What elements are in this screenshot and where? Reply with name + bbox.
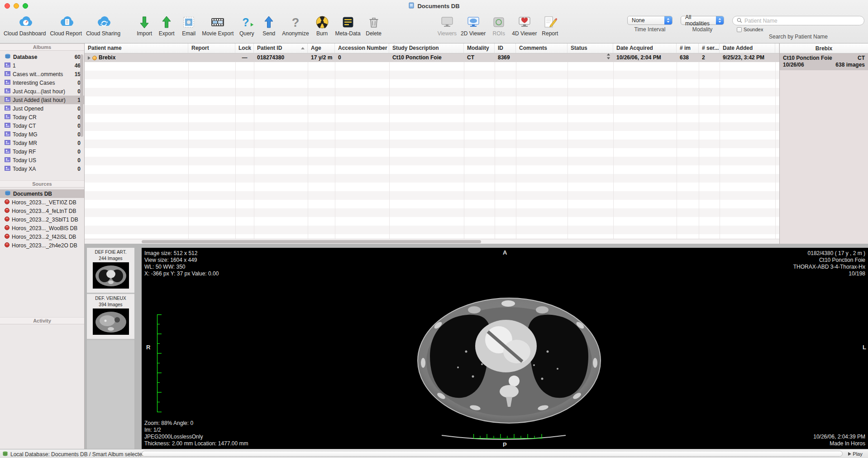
patient-name-cell[interactable]: Brebix: [85, 53, 188, 62]
album-item-just-opened[interactable]: Just Opened0: [0, 104, 84, 113]
orientation-right: R: [146, 344, 150, 351]
details-patient-title: Brebix: [780, 43, 868, 53]
album-item-database[interactable]: Database60: [0, 53, 84, 61]
column-header-study-description[interactable]: Study Description: [389, 43, 464, 53]
album-item-today-cr[interactable]: Today CR0: [0, 113, 84, 121]
image-series-scrollbar[interactable]: [142, 451, 843, 457]
album-item-just-acquired[interactable]: Just Acqu...(last hour)0: [0, 87, 84, 96]
soundex-option[interactable]: Soundex: [737, 27, 763, 32]
column-header-lock[interactable]: Lock: [235, 43, 254, 53]
close-window-button[interactable]: [5, 3, 10, 9]
remote-db-icon: [5, 199, 10, 206]
send-button[interactable]: Send: [260, 14, 278, 37]
status-stepper[interactable]: [606, 53, 611, 62]
radiation-icon: [313, 14, 331, 30]
source-item-documents-db[interactable]: Documents DB: [0, 189, 84, 198]
zoom-window-button[interactable]: [23, 3, 28, 9]
series-thumbnail-image[interactable]: [93, 309, 129, 337]
album-item-today-xa[interactable]: Today XA0: [0, 164, 84, 173]
remote-db-icon: [5, 217, 10, 223]
movie-export-button[interactable]: Movie Export: [202, 14, 234, 37]
cloud-report-button[interactable]: Cloud Report: [50, 14, 82, 37]
table-horizontal-scrollbar[interactable]: [85, 239, 779, 244]
column-header-status[interactable]: Status: [568, 43, 613, 53]
soundex-checkbox[interactable]: [737, 27, 742, 32]
4d-viewer-button[interactable]: 4D Viewer: [512, 14, 537, 37]
burn-button[interactable]: Burn: [313, 14, 331, 37]
column-header-num-images[interactable]: # im: [677, 43, 699, 53]
source-item-horos-4[interactable]: Horos_2023..._WooBlS DB: [0, 224, 84, 232]
modality-value: All modalities: [685, 14, 714, 27]
time-interval-control: None Time Interval: [627, 16, 672, 33]
album-item-today-us[interactable]: Today US0: [0, 156, 84, 164]
orientation-posterior: P: [503, 441, 507, 448]
series-item-def-veineux[interactable]: DEF. VEINEUX 394 Images: [87, 294, 134, 340]
time-interval-popup[interactable]: None: [627, 16, 672, 25]
source-item-horos-1[interactable]: Horos_2023..._VETI0Z DB: [0, 198, 84, 207]
album-icon: [5, 157, 10, 164]
2d-viewer-button[interactable]: 2D Viewer: [461, 14, 486, 37]
preview-pane: DEF FOIE ART. 244 Images DEF. VEINEUX 39…: [85, 244, 868, 449]
album-item-today-ct[interactable]: Today CT0: [0, 121, 84, 130]
id-cell: 8369: [495, 53, 516, 62]
series-item-def-foie-art[interactable]: DEF FOIE ART. 244 Images: [87, 248, 134, 294]
album-icon: [5, 114, 10, 121]
column-header-id[interactable]: ID: [495, 43, 516, 53]
cloud-dashboard-button[interactable]: Cloud Dashboard: [4, 14, 46, 37]
titlebar[interactable]: Documents DB: [0, 0, 868, 12]
comments-cell: [516, 53, 568, 62]
album-item-today-mg[interactable]: Today MG0: [0, 130, 84, 139]
metadata-button[interactable]: Meta-Data: [335, 14, 361, 37]
album-item-cases-with-comments[interactable]: Cases wit...omments15: [0, 70, 84, 78]
rois-button[interactable]: ROIs: [490, 14, 508, 37]
albums-scrollbar[interactable]: [80, 54, 83, 137]
age-cell: 17 y/2 m: [308, 53, 335, 62]
cloud-sharing-button[interactable]: Cloud Sharing: [86, 14, 120, 37]
source-item-horos-6[interactable]: Horos_2023..._2h4e2O DB: [0, 241, 84, 250]
email-button[interactable]: Email: [180, 14, 198, 37]
column-header-num-series[interactable]: # ser...: [699, 43, 720, 53]
column-header-report[interactable]: Report: [188, 43, 235, 53]
column-header-accession-number[interactable]: Accession Number: [335, 43, 389, 53]
album-item-just-added[interactable]: Just Added (last hour)1: [0, 96, 84, 104]
column-header-patient-id[interactable]: Patient ID: [254, 43, 308, 53]
column-header-comments[interactable]: Comments: [516, 43, 568, 53]
album-item-today-rf[interactable]: Today RF0: [0, 147, 84, 156]
remote-db-icon: [5, 234, 10, 240]
minimize-window-button[interactable]: [14, 3, 19, 9]
window-title: Documents DB: [417, 3, 459, 10]
time-interval-value: None: [632, 17, 645, 24]
report-button[interactable]: Report: [541, 14, 559, 37]
source-item-horos-2[interactable]: Horos_2023...4_feLtnT DB: [0, 207, 84, 215]
album-icon: [5, 80, 10, 86]
import-button[interactable]: Import: [135, 14, 153, 37]
series-thumbnail-image[interactable]: [93, 262, 129, 290]
delete-button[interactable]: Delete: [365, 14, 383, 37]
play-button[interactable]: Play: [844, 451, 867, 457]
image-viewer-canvas[interactable]: Image size: 512 x 512 View size: 1604 x …: [142, 248, 868, 449]
column-header-modality[interactable]: Modality: [464, 43, 495, 53]
table-row[interactable]: Brebix — 018274380 17 y/2 m 0 Ct10 Ponct…: [85, 53, 779, 62]
soundex-label: Soundex: [744, 27, 763, 32]
column-header-patient-name[interactable]: Patient name: [85, 43, 188, 53]
monitor-heart-icon: [515, 14, 534, 30]
search-input[interactable]: [744, 18, 860, 24]
export-button[interactable]: Export: [157, 14, 176, 37]
anonymize-button[interactable]: ? Anonymize: [282, 14, 309, 37]
album-item-1[interactable]: 146: [0, 61, 84, 70]
query-button[interactable]: ? Query: [238, 14, 256, 37]
source-item-horos-3[interactable]: Horos_2023...2_3SblT1 DB: [0, 215, 84, 224]
column-header-date-acquired[interactable]: Date Acquired: [613, 43, 677, 53]
column-header-age[interactable]: Age: [308, 43, 335, 53]
table-scrollbar-thumb[interactable]: [142, 240, 481, 243]
patient-search-field[interactable]: [732, 16, 864, 25]
column-header-date-added[interactable]: Date Added: [720, 43, 775, 53]
details-study-item[interactable]: Ct10 Ponction FoieCT 10/26/06638 images: [780, 53, 868, 70]
modality-popup[interactable]: All modalities: [681, 16, 724, 25]
album-item-interesting-cases[interactable]: Interesting Cases0: [0, 78, 84, 87]
disclosure-triangle-icon[interactable]: [88, 56, 91, 60]
database-icon: [5, 53, 11, 60]
album-item-today-mr[interactable]: Today MR0: [0, 139, 84, 147]
viewers-button[interactable]: Viewers: [438, 14, 457, 37]
source-item-horos-5[interactable]: Horos_2023...2_f42iSL DB: [0, 232, 84, 241]
